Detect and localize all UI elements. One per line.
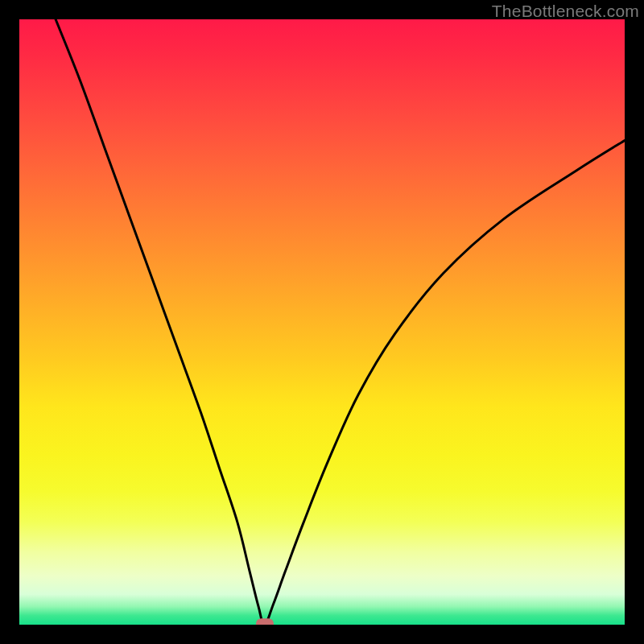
watermark-text: TheBottleneck.com xyxy=(492,2,639,21)
plot-area xyxy=(19,19,625,625)
bottleneck-marker xyxy=(256,618,274,625)
bottleneck-curve xyxy=(19,19,625,625)
chart-frame xyxy=(19,19,625,625)
